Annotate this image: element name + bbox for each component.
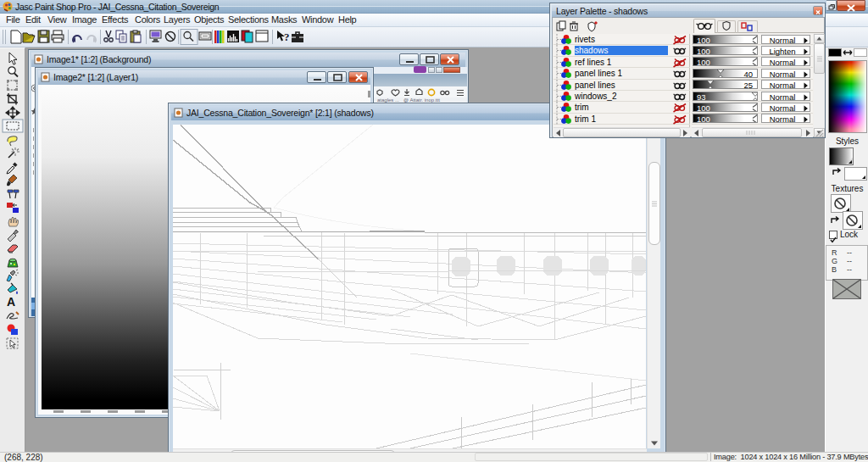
svg-text:A: A: [7, 295, 15, 309]
svg-text:?: ?: [284, 31, 290, 43]
